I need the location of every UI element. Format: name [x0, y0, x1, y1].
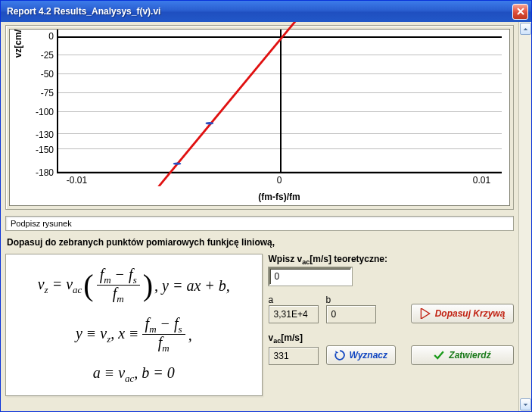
equation-3: a ≡ vac, b = 0 [12, 365, 256, 383]
controls-panel: Wpisz vac[m/s] teoretyczne: 0 a 3,31E+4 … [269, 254, 514, 396]
confirm-button[interactable]: Zatwierdź [411, 345, 514, 365]
equation-2: y ≡ vz, x ≡ fm − fs fm , [12, 316, 256, 353]
y-tick: -150 [36, 145, 54, 155]
plot-svg [58, 30, 502, 172]
a-label: a [269, 295, 319, 305]
y-axis: vz[cm/ 0 -25 -50 -75 -100 -130 -150 -180 [10, 30, 57, 173]
check-icon [434, 350, 444, 360]
y-tick: 0 [48, 31, 54, 42]
x-tick: 0 [277, 175, 282, 186]
data-point [173, 162, 182, 164]
b-label: b [326, 295, 376, 305]
instruction-text: Dopasuj do zebranych punktów pomiarowych… [7, 237, 512, 248]
caption-label: Podpisz rysunek [11, 219, 72, 228]
ab-row: a 3,31E+4 b 0 Dopasuj Krzywą [269, 295, 514, 323]
data-point [206, 122, 214, 124]
x-axis-title: (fm-fs)/fm [258, 192, 300, 202]
caption-input[interactable]: Podpisz rysunek [5, 216, 514, 231]
y-tick: -25 [41, 50, 54, 61]
equations-panel: vz = vac ( fm − fs fm ) , y = ax + b, y … [5, 254, 263, 396]
chart-panel: vz[cm/ 0 -25 -50 -75 -100 -130 -150 -180 [5, 25, 514, 210]
y-tick: -50 [41, 69, 54, 80]
fit-line [159, 22, 306, 186]
a-value: 3,31E+4 [269, 305, 319, 323]
app-window: Report 4.2 Results_Analysys_f(v).vi vz[c… [0, 0, 532, 412]
refresh-icon [334, 350, 345, 360]
window-title: Report 4.2 Results_Analysys_f(v).vi [4, 6, 512, 17]
main-panel: vz[cm/ 0 -25 -50 -75 -100 -130 -150 -180 [1, 22, 518, 411]
b-value: 0 [326, 305, 376, 323]
lower-panel: vz = vac ( fm − fs fm ) , y = ax + b, y … [5, 254, 514, 396]
y-tick: -130 [36, 130, 54, 140]
y-tick: -75 [41, 88, 54, 98]
x-tick: 0.01 [473, 175, 490, 186]
content-area: vz[cm/ 0 -25 -50 -75 -100 -130 -150 -180 [1, 22, 531, 411]
chevron-up-icon [523, 27, 528, 32]
equation-1: vz = vac ( fm − fs fm ) , y = ax + b, [12, 267, 256, 304]
vac-value: 331 [269, 347, 319, 365]
close-button[interactable] [512, 4, 528, 20]
vac-row: vac[m/s] 331 Wyznacz Zatwierdź [269, 332, 514, 364]
vac-theor-label: Wpisz vac[m/s] teoretyczne: [269, 254, 514, 266]
plot-area [57, 30, 502, 173]
chevron-down-icon [523, 402, 528, 407]
scroll-up-button[interactable] [520, 23, 531, 35]
y-tick: -100 [36, 107, 54, 117]
y-tick: -180 [36, 167, 54, 178]
vac-theor-input[interactable]: 0 [269, 267, 352, 286]
calculate-button[interactable]: Wyznacz [326, 345, 396, 365]
fit-curve-button[interactable]: Dopasuj Krzywą [411, 304, 514, 323]
y-axis-title: vz[cm/ [13, 30, 23, 58]
vertical-scrollbar[interactable] [518, 22, 531, 411]
scroll-down-button[interactable] [520, 398, 531, 410]
play-icon [420, 308, 431, 319]
close-icon [517, 8, 524, 15]
x-axis: -0.01 0 0.01 (fm-fs)/fm [57, 173, 502, 205]
titlebar: Report 4.2 Results_Analysys_f(v).vi [1, 1, 531, 22]
x-tick: -0.01 [67, 175, 87, 186]
vac-label: vac[m/s] [269, 332, 319, 345]
chart: vz[cm/ 0 -25 -50 -75 -100 -130 -150 -180 [9, 29, 510, 206]
